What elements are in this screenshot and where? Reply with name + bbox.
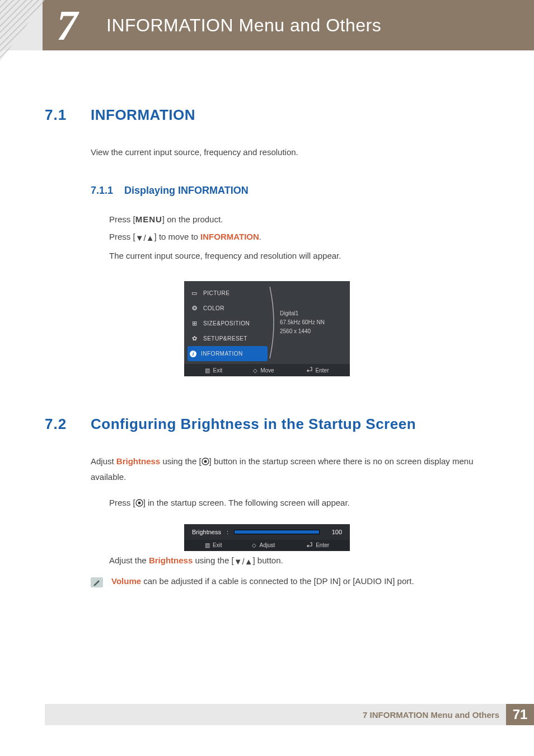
osd-item-picture: ▭ PICTURE xyxy=(184,286,271,301)
osd-info-panel: Digital1 67.5kHz 60Hz NN 2560 x 1440 xyxy=(271,281,350,364)
osd-info-freq: 67.5kHz 60Hz NN xyxy=(280,318,350,327)
information-highlight: INFORMATION xyxy=(200,232,259,241)
subsection-number: 7.1.1 xyxy=(91,185,124,197)
step-3: The current input source, frequency and … xyxy=(109,247,489,265)
page-footer: 7 INFORMATION Menu and Others 71 xyxy=(45,704,534,725)
subsection-title: Displaying INFORMATION xyxy=(124,185,249,197)
osd-info-res: 2560 x 1440 xyxy=(280,327,350,336)
picture-icon: ▭ xyxy=(190,289,199,298)
information-icon: i xyxy=(190,351,196,357)
footer-chapter-label: 7 INFORMATION Menu and Others xyxy=(363,710,499,720)
brightness-highlight: Brightness xyxy=(149,556,193,565)
osd-item-size-position: ⊞ SIZE&POSITION xyxy=(184,316,271,331)
svg-point-3 xyxy=(138,502,140,505)
brightness-label: Brightness xyxy=(192,529,221,535)
osd-item-setup-reset: ✿ SETUP&RESET xyxy=(184,331,271,346)
brightness-highlight: Brightness xyxy=(116,456,160,466)
move-icon: ◇ xyxy=(253,367,257,374)
section-7-2-body: Adjust Brightness using the [] button in… xyxy=(91,454,489,484)
adjust-brightness-line: Adjust the Brightness using the [▼/▲] bu… xyxy=(109,556,489,566)
chapter-title: INFORMATION Menu and Others xyxy=(106,15,381,36)
svg-point-1 xyxy=(204,460,207,463)
chapter-number: 7 xyxy=(57,1,78,50)
jog-button-icon xyxy=(135,495,143,513)
section-intro: View the current input source, frequency… xyxy=(91,145,489,160)
down-up-arrow-icon: ▼/▲ xyxy=(234,557,253,566)
setup-reset-icon: ✿ xyxy=(190,334,199,343)
section-7-1: 7.1 INFORMATION View the current input s… xyxy=(45,106,489,376)
step-press-jog: Press [] in the startup screen. The foll… xyxy=(109,494,489,513)
enter-icon xyxy=(305,367,313,374)
osd-item-color: ❂ COLOR xyxy=(184,301,271,316)
section-number: 7.1 xyxy=(45,106,91,124)
down-up-arrow-icon: ▼/▲ xyxy=(135,229,154,247)
color-icon: ❂ xyxy=(190,304,199,313)
brightness-value: 100 xyxy=(325,529,342,535)
exit-icon: ▥ xyxy=(205,367,210,374)
size-position-icon: ⊞ xyxy=(190,319,199,328)
osd-footer: ▥Exit ◇Move Enter xyxy=(184,364,350,376)
brightness-osd-footer: ▥Exit ◇Adjust Enter xyxy=(184,540,350,551)
note-icon xyxy=(91,577,103,587)
osd-item-information-selected: i INFORMATION xyxy=(188,346,268,361)
menu-button-label: MENU xyxy=(135,214,162,224)
step-1: Press [MENU] on the product. xyxy=(109,211,489,228)
osd-menu-screenshot: ▭ PICTURE ❂ COLOR ⊞ SIZE&POSITION ✿ xyxy=(184,281,350,376)
exit-icon: ▥ xyxy=(205,542,210,548)
chapter-header: 7 INFORMATION Menu and Others xyxy=(0,0,534,50)
jog-button-icon xyxy=(202,455,209,470)
section-number: 7.2 xyxy=(45,416,91,433)
brightness-osd-screenshot: Brightness : 100 ▥Exit ◇Adjust Enter xyxy=(184,524,350,551)
section-7-2: 7.2 Configuring Brightness in the Startu… xyxy=(45,416,489,587)
brightness-bar xyxy=(234,530,320,534)
page-number: 71 xyxy=(506,704,534,725)
volume-highlight: Volume xyxy=(111,576,141,586)
volume-note: Volume can be adjusted if a cable is con… xyxy=(91,576,489,587)
section-title: Configuring Brightness in the Startup Sc… xyxy=(91,416,416,433)
adjust-icon: ◇ xyxy=(252,542,256,548)
enter-icon xyxy=(305,542,313,549)
chapter-number-box: 7 xyxy=(45,0,90,50)
step-2: Press [▼/▲] to move to INFORMATION. xyxy=(109,228,489,247)
section-title: INFORMATION xyxy=(91,106,195,124)
osd-info-source: Digital1 xyxy=(280,309,350,318)
